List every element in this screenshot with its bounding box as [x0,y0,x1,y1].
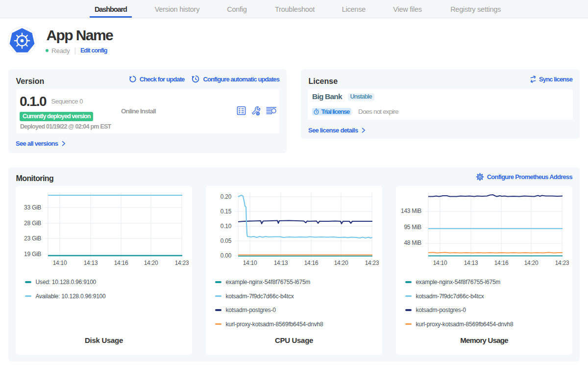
svg-text:14:16: 14:16 [304,260,318,266]
svg-text:0.05: 0.05 [220,237,232,244]
svg-text:14:16: 14:16 [494,260,509,266]
svg-text:19 GiB: 19 GiB [24,251,41,258]
svg-text:14:16: 14:16 [114,260,128,266]
svg-text:0.15: 0.15 [220,208,232,215]
svg-text:14:20: 14:20 [144,260,158,266]
svg-text:14:13: 14:13 [464,260,478,266]
svg-text:14:13: 14:13 [84,260,98,266]
svg-text:14:23: 14:23 [365,260,379,266]
svg-text:14:20: 14:20 [334,260,348,266]
svg-text:14:10: 14:10 [243,260,257,266]
svg-text:14:20: 14:20 [524,260,539,266]
svg-text:14:10: 14:10 [53,260,67,266]
svg-text:0.20: 0.20 [220,193,232,200]
svg-text:143 MiB: 143 MiB [401,208,421,214]
svg-text:14:23: 14:23 [555,260,569,266]
svg-text:95 MiB: 95 MiB [404,224,421,231]
svg-text:0.10: 0.10 [220,223,232,230]
svg-text:23 GiB: 23 GiB [24,235,41,242]
svg-text:33 GiB: 33 GiB [24,204,41,211]
svg-text:14:10: 14:10 [433,260,447,266]
svg-text:14:23: 14:23 [175,260,189,266]
svg-text:0.00: 0.00 [220,252,232,259]
svg-text:14:13: 14:13 [274,260,288,266]
svg-text:28 GiB: 28 GiB [24,220,41,227]
svg-text:48 MiB: 48 MiB [404,239,421,246]
